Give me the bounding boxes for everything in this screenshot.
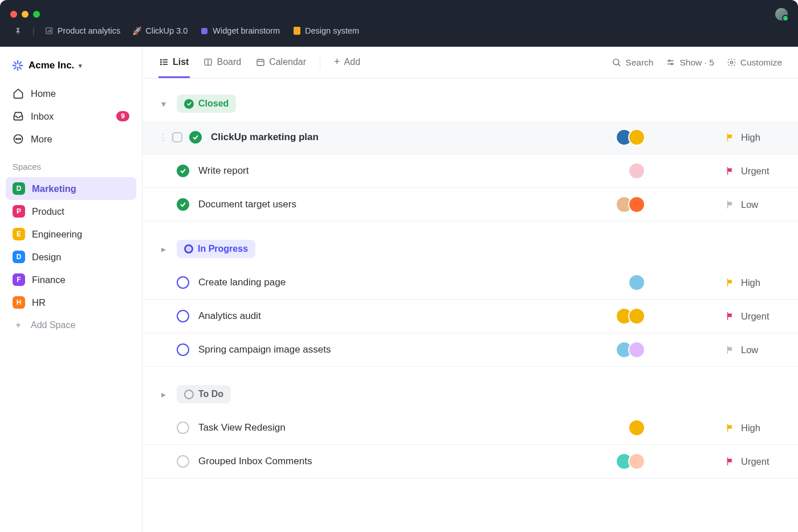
- task-title: Write report: [198, 165, 628, 177]
- view-tab-list[interactable]: List: [158, 48, 190, 78]
- collapse-caret-icon[interactable]: ▾: [158, 99, 169, 109]
- task-status-icon[interactable]: [177, 455, 189, 468]
- pin-icon[interactable]: [14, 27, 22, 35]
- space-label: Marketing: [32, 183, 76, 194]
- space-item[interactable]: FFinance: [6, 268, 136, 291]
- plus-icon: +: [334, 56, 340, 68]
- task-row[interactable]: ⋮⋮ClickUp marketing planHigh: [142, 121, 798, 154]
- avatar[interactable]: [628, 341, 645, 358]
- window-maximize[interactable]: [33, 11, 40, 18]
- space-item[interactable]: DMarketing: [6, 177, 136, 200]
- search-icon: [612, 58, 621, 67]
- user-avatar[interactable]: [775, 8, 788, 21]
- priority[interactable]: Low: [725, 345, 782, 355]
- task-status-icon[interactable]: [189, 131, 202, 144]
- search-button[interactable]: Search: [612, 58, 653, 68]
- status-icon: [184, 99, 194, 109]
- space-item[interactable]: DDesign: [6, 245, 136, 268]
- status-chip[interactable]: Closed: [177, 95, 236, 113]
- task-status-icon[interactable]: [177, 198, 189, 211]
- task-row[interactable]: Write reportUrgent: [142, 154, 798, 188]
- nav-inbox-label: Inbox: [31, 111, 54, 122]
- nav-more-label: More: [31, 134, 52, 145]
- workspace-selector[interactable]: Acme Inc. ▾: [6, 55, 136, 82]
- assignees[interactable]: [616, 196, 645, 213]
- collapse-caret-icon[interactable]: ▸: [158, 244, 169, 254]
- nav-inbox[interactable]: Inbox 9: [6, 105, 136, 128]
- tab-item[interactable]: Design system: [292, 26, 359, 35]
- task-status-icon[interactable]: [177, 310, 189, 322]
- tab-item[interactable]: Product analytics: [45, 26, 120, 35]
- show-button[interactable]: Show · 5: [666, 58, 714, 68]
- drag-handle-icon[interactable]: ⋮⋮: [158, 132, 166, 143]
- priority[interactable]: High: [725, 132, 782, 143]
- task-status-icon[interactable]: [177, 343, 189, 356]
- space-label: Finance: [32, 275, 66, 285]
- nav-more[interactable]: More: [6, 128, 136, 150]
- tab-item[interactable]: Widget brainstorm: [200, 26, 280, 35]
- flag-icon: [725, 132, 735, 142]
- rocket-icon: 🚀: [133, 27, 141, 35]
- avatar[interactable]: [628, 419, 645, 436]
- customize-label: Customize: [740, 58, 782, 68]
- priority[interactable]: Urgent: [725, 311, 782, 322]
- task-checkbox[interactable]: [172, 132, 182, 142]
- task-title: Spring campaign image assets: [198, 344, 616, 355]
- priority-label: Urgent: [741, 311, 769, 322]
- add-view-button[interactable]: + Add: [333, 47, 361, 79]
- priority[interactable]: High: [725, 423, 782, 433]
- chevron-down-icon: ▾: [79, 62, 82, 69]
- home-icon: [13, 88, 24, 99]
- assignees[interactable]: [628, 419, 645, 436]
- collapse-caret-icon[interactable]: ▸: [158, 389, 169, 399]
- group-header[interactable]: ▸To Do: [142, 382, 798, 411]
- status-label: In Progress: [198, 244, 248, 254]
- status-chip[interactable]: To Do: [177, 385, 231, 403]
- calendar-icon: [256, 58, 265, 67]
- view-tab-board[interactable]: Board: [202, 48, 242, 78]
- status-chip[interactable]: In Progress: [177, 240, 255, 258]
- assignees[interactable]: [616, 453, 645, 470]
- task-title: Create landing page: [198, 277, 628, 288]
- add-space-button[interactable]: + Add Space: [6, 314, 136, 337]
- task-group: ▾Closed⋮⋮ClickUp marketing planHighWrite…: [142, 91, 798, 222]
- task-row[interactable]: Task View RedesignHigh: [142, 411, 798, 445]
- view-tab-calendar[interactable]: Calendar: [255, 48, 307, 78]
- nav-home[interactable]: Home: [6, 82, 136, 105]
- assignees[interactable]: [628, 274, 645, 291]
- task-row[interactable]: Analytics auditUrgent: [142, 300, 798, 333]
- tab-item[interactable]: 🚀ClickUp 3.0: [133, 26, 188, 35]
- avatar[interactable]: [628, 274, 645, 291]
- assignees[interactable]: [628, 162, 645, 179]
- priority[interactable]: Urgent: [725, 456, 782, 467]
- task-status-icon[interactable]: [177, 165, 189, 177]
- priority[interactable]: Urgent: [725, 166, 782, 177]
- task-row[interactable]: Create landing pageHigh: [142, 266, 798, 300]
- assignees[interactable]: [616, 308, 645, 325]
- priority[interactable]: High: [725, 277, 782, 288]
- avatar[interactable]: [628, 453, 645, 470]
- task-status-icon[interactable]: [177, 276, 189, 289]
- sliders-icon: [666, 58, 675, 67]
- space-item[interactable]: PProduct: [6, 200, 136, 223]
- assignees[interactable]: [616, 341, 645, 358]
- space-item[interactable]: EEngineering: [6, 223, 136, 245]
- avatar[interactable]: [628, 196, 645, 213]
- group-header[interactable]: ▸In Progress: [142, 236, 798, 266]
- window-close[interactable]: [10, 11, 17, 18]
- task-status-icon[interactable]: [177, 421, 189, 434]
- avatar[interactable]: [628, 162, 645, 179]
- avatar[interactable]: [628, 308, 645, 325]
- customize-button[interactable]: Customize: [727, 58, 782, 68]
- avatar[interactable]: [628, 129, 645, 146]
- space-label: Engineering: [32, 229, 82, 240]
- priority[interactable]: Low: [725, 199, 782, 210]
- task-row[interactable]: Grouped Inbox CommentsUrgent: [142, 445, 798, 478]
- window-minimize[interactable]: [22, 11, 28, 18]
- assignees[interactable]: [616, 129, 645, 146]
- group-header[interactable]: ▾Closed: [142, 91, 798, 121]
- task-row[interactable]: Spring campaign image assetsLow: [142, 333, 798, 367]
- svg-point-23: [730, 61, 732, 63]
- space-item[interactable]: HHR: [6, 291, 136, 314]
- task-row[interactable]: Document target usersLow: [142, 188, 798, 222]
